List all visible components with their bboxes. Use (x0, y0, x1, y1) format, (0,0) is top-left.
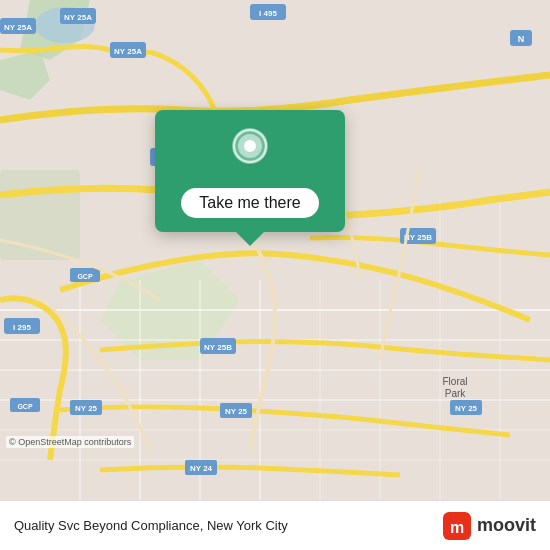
svg-text:NY 25A: NY 25A (64, 13, 92, 22)
location-pin-icon (226, 128, 274, 176)
svg-rect-0 (0, 0, 550, 500)
svg-text:N: N (518, 34, 525, 44)
take-me-there-button[interactable]: Take me there (181, 188, 318, 218)
svg-text:NY 24: NY 24 (190, 464, 213, 473)
moovit-icon: m (443, 512, 471, 540)
svg-text:m: m (450, 519, 464, 536)
svg-text:NY 25: NY 25 (75, 404, 98, 413)
svg-text:GCP: GCP (17, 403, 33, 410)
svg-text:I 495: I 495 (259, 9, 277, 18)
svg-text:NY 25: NY 25 (455, 404, 478, 413)
map-svg: I 495 NY 25A NY 25A NY 25A I 495 N I 295… (0, 0, 550, 500)
svg-text:I 295: I 295 (13, 323, 31, 332)
svg-text:NY 25A: NY 25A (114, 47, 142, 56)
location-name: Quality Svc Beyond Compliance, New York … (14, 518, 288, 533)
svg-text:Park: Park (445, 388, 467, 399)
svg-point-54 (244, 140, 256, 152)
svg-text:GCP: GCP (77, 273, 93, 280)
osm-attribution: © OpenStreetMap contributors (6, 436, 134, 448)
svg-text:NY 25B: NY 25B (204, 343, 232, 352)
map-container: I 495 NY 25A NY 25A NY 25A I 495 N I 295… (0, 0, 550, 500)
svg-rect-4 (0, 170, 80, 260)
svg-text:NY 25: NY 25 (225, 407, 248, 416)
svg-text:NY 25A: NY 25A (4, 23, 32, 32)
svg-text:Floral: Floral (442, 376, 467, 387)
moovit-logo: m moovit (443, 512, 536, 540)
moovit-brand-text: moovit (477, 515, 536, 536)
bottom-bar: Quality Svc Beyond Compliance, New York … (0, 500, 550, 550)
popup-card[interactable]: Take me there (155, 110, 345, 232)
